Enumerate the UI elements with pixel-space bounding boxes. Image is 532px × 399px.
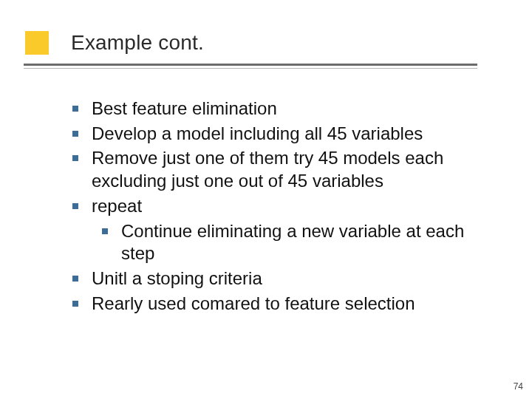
slide-title: Example cont.	[71, 31, 204, 55]
slide: Example cont. Best feature elimination D…	[0, 0, 532, 399]
bullet-level1: Unitl a stoping criteria	[65, 267, 494, 290]
bullet-level2: Continue eliminating a new variable at e…	[65, 220, 494, 265]
title-rule-thin	[24, 68, 477, 69]
bullet-level1: Best feature elimination	[65, 98, 494, 120]
bullet-level1: Rearly used comared to feature selection	[65, 293, 494, 316]
bullet-level1: repeat	[65, 195, 494, 218]
bullet-level1: Remove just one of them try 45 models ea…	[65, 147, 494, 192]
body-text: Best feature elimination Develop a model…	[65, 98, 494, 317]
accent-block	[25, 31, 49, 55]
page-number: 74	[514, 381, 523, 392]
bullet-level1: Develop a model including all 45 variabl…	[65, 123, 494, 146]
title-rule-thick	[24, 64, 477, 66]
